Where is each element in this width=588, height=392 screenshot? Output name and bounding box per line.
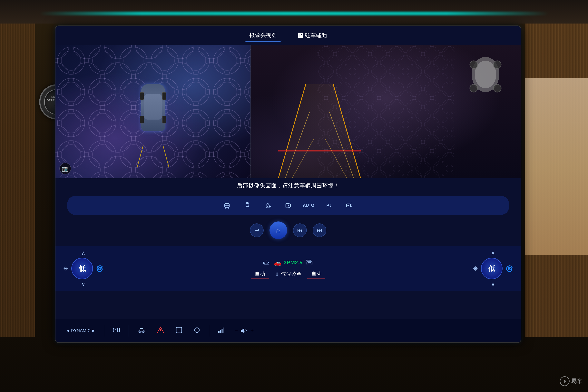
- control-icons-row: AUTO P↕: [67, 196, 509, 215]
- auto-right-button[interactable]: 自动: [307, 269, 325, 279]
- svg-rect-52: [113, 328, 118, 332]
- climate-right-control: ∧ ✳ 低 🌀 ∨: [473, 250, 513, 287]
- camera-rear-view: [251, 45, 521, 178]
- svg-rect-65: [220, 330, 221, 333]
- left-fan-speed-icon[interactable]: 🌀: [96, 265, 103, 272]
- tab-bar: 摄像头视图 🅿 驻车辅助: [56, 26, 521, 45]
- ctrl-car-front-icon[interactable]: [221, 199, 233, 212]
- power-icon[interactable]: [191, 325, 203, 336]
- bottom-separator-1: [104, 325, 104, 336]
- overhead-camera-badge: 📷: [60, 163, 71, 174]
- wheel-rear-right: [162, 116, 166, 124]
- wheel-front-left: [140, 92, 144, 100]
- ctrl-camera-top-icon[interactable]: [241, 199, 254, 212]
- svg-line-46: [351, 203, 352, 203]
- hazard-warning-icon[interactable]: [154, 325, 167, 337]
- dynamic-right-arrow: ▶: [92, 328, 95, 333]
- wheel-rear-left: [140, 116, 144, 124]
- nav-home-button[interactable]: ⌂: [270, 222, 287, 239]
- svg-line-8: [163, 145, 169, 166]
- wood-trim-left: [0, 24, 35, 337]
- svg-point-19: [470, 61, 478, 68]
- tab-camera-view[interactable]: 摄像头视图: [244, 30, 282, 42]
- svg-point-31: [224, 207, 226, 208]
- watermark-circle-logo: e: [560, 376, 570, 386]
- svg-point-32: [228, 207, 229, 208]
- leather-right: [525, 78, 588, 255]
- camera-section: 📷: [56, 45, 521, 178]
- wheel-front-right: [162, 92, 166, 100]
- dynamic-mode-button[interactable]: ◀ DYNAMIC ▶: [63, 326, 98, 335]
- navigation-row: ↩ ⌂ ⏮ ⏭: [56, 217, 521, 244]
- camera-warning-message: 后部摄像头画面，请注意车辆周围环境！: [56, 178, 521, 193]
- bottom-bar: ◀ DYNAMIC ▶: [56, 319, 521, 342]
- svg-point-18: [493, 84, 501, 92]
- ctrl-door-lock-icon[interactable]: [262, 199, 274, 212]
- right-fan-speed-icon[interactable]: 🌀: [506, 265, 513, 272]
- svg-point-60: [160, 332, 161, 332]
- ac-max-icon[interactable]: MAX: [263, 258, 271, 267]
- ctrl-park-mode-icon[interactable]: P↕: [322, 199, 335, 212]
- camera-overhead-view: 📷: [56, 45, 251, 178]
- svg-point-16: [475, 61, 496, 88]
- right-temp-dial[interactable]: 低: [481, 258, 502, 279]
- svg-rect-67: [223, 328, 224, 333]
- svg-line-7: [138, 145, 143, 166]
- climate-left-control: ∧ ✳ 低 🌀 ∨: [63, 250, 103, 287]
- svg-point-55: [139, 331, 141, 332]
- volume-minus-icon[interactable]: －: [234, 327, 239, 334]
- right-fan-icon[interactable]: ✳: [473, 265, 478, 272]
- infotainment-screen: 摄像头视图 🅿 驻车辅助: [55, 26, 521, 343]
- nav-next-button[interactable]: ⏭: [312, 224, 326, 237]
- ctrl-door-open-icon[interactable]: [282, 199, 294, 212]
- volume-control[interactable]: － ＋: [234, 327, 255, 334]
- left-fan-icon[interactable]: ✳: [63, 265, 68, 272]
- left-temp-dial[interactable]: 低: [71, 258, 93, 279]
- svg-rect-64: [218, 331, 220, 333]
- bottom-separator-2: [128, 325, 129, 336]
- svg-text:MAX: MAX: [263, 261, 270, 264]
- svg-rect-14: [317, 45, 454, 178]
- camera-record-icon[interactable]: [110, 325, 123, 336]
- svg-point-36: [267, 206, 268, 207]
- svg-rect-66: [222, 329, 223, 333]
- left-temp-down[interactable]: ∨: [81, 281, 86, 287]
- car-silhouette-icon[interactable]: [135, 325, 148, 336]
- thermometer-icon: 🌡: [275, 272, 280, 277]
- svg-point-20: [493, 61, 501, 68]
- bottom-separator-3: [209, 325, 209, 336]
- rear-ac-icon[interactable]: REAR: [306, 258, 314, 267]
- car-roof: [144, 94, 162, 120]
- watermark-brand-text: 易车: [571, 378, 582, 385]
- signal-strength-icon: [215, 325, 228, 336]
- camera-badge-icon: 📷: [62, 166, 69, 172]
- svg-point-17: [470, 84, 478, 92]
- background-car-svg: [466, 53, 505, 96]
- right-temp-down[interactable]: ∨: [491, 281, 495, 287]
- ambient-light: [39, 12, 549, 15]
- overhead-guide-lines: [136, 143, 171, 168]
- car-topdown-silhouette: [139, 84, 167, 139]
- nav-prev-button[interactable]: ⏮: [293, 224, 307, 237]
- nav-back-button[interactable]: ↩: [250, 224, 264, 237]
- ac-mode-row: MAX 🚗 3PM2.5 REAR: [263, 258, 314, 267]
- auto-left-button[interactable]: 自动: [251, 269, 269, 279]
- control-icons-container: AUTO P↕: [56, 196, 521, 215]
- svg-rect-61: [176, 327, 182, 333]
- volume-plus-icon[interactable]: ＋: [249, 327, 255, 334]
- left-temp-up[interactable]: ∧: [81, 250, 86, 256]
- svg-marker-53: [118, 328, 120, 332]
- pm25-indicator: 🚗 3PM2.5: [274, 259, 302, 266]
- ctrl-camera-move-icon[interactable]: [343, 199, 356, 212]
- svg-text:REAR: REAR: [306, 260, 312, 262]
- watermark: e 易车: [560, 376, 582, 386]
- dynamic-left-arrow: ◀: [66, 328, 69, 333]
- square-menu-icon[interactable]: [173, 325, 185, 336]
- background-car: [466, 53, 505, 97]
- tab-parking-assist[interactable]: 🅿 驻车辅助: [293, 30, 332, 41]
- climate-menu-button[interactable]: 🌡 气候菜单: [275, 271, 302, 278]
- eco-car-icon: 🚗: [274, 259, 282, 266]
- right-temp-up[interactable]: ∧: [491, 250, 495, 256]
- svg-point-45: [347, 205, 348, 206]
- ctrl-auto-mode-icon[interactable]: AUTO: [302, 199, 315, 212]
